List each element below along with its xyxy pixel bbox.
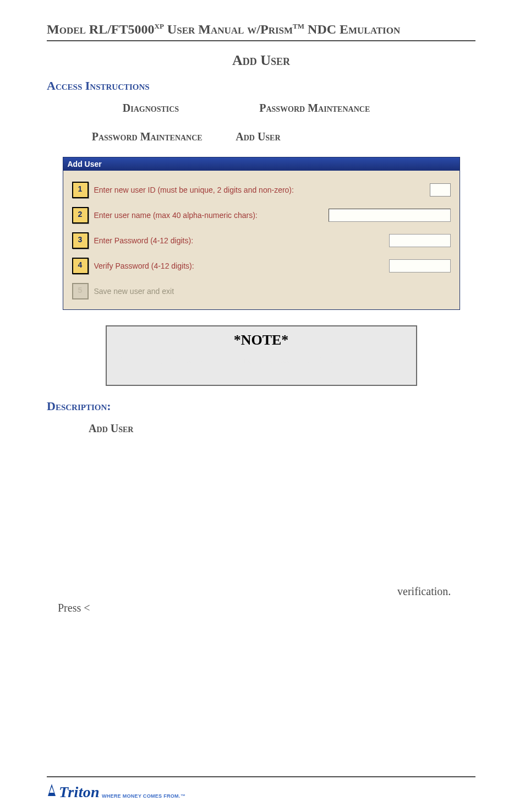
option-5-button: 5 bbox=[72, 283, 89, 299]
user-name-input[interactable] bbox=[329, 209, 451, 222]
description-step-4: This option re-enters the password enter… bbox=[58, 583, 475, 616]
page-number: 74 bbox=[465, 786, 475, 798]
add-user-window: Add User 1 Enter new user ID (must be un… bbox=[63, 157, 460, 310]
note-box: *NOTE* Only the Master user can add a us… bbox=[106, 325, 417, 386]
add-user-label: Add User bbox=[236, 130, 280, 143]
header-model-prefix: Model RL/FT5000 bbox=[47, 22, 155, 36]
note-title: *NOTE* bbox=[116, 332, 407, 348]
prompt-user-name: Enter user name (max 40 alpha-numeric ch… bbox=[94, 211, 323, 220]
description-step-3: Enter a 4-12 digit password for new user… bbox=[58, 559, 475, 575]
form-row-password: 3 Enter Password (4-12 digits): bbox=[70, 228, 453, 253]
form-row-user-name: 2 Enter user name (max 40 alpha-numeric … bbox=[70, 203, 453, 228]
page-title: Add User bbox=[47, 52, 475, 69]
triton-logo-icon bbox=[47, 783, 57, 797]
option-4-button[interactable]: 4 bbox=[72, 258, 89, 274]
option-2-button[interactable]: 2 bbox=[72, 207, 89, 224]
verify-password-input[interactable] bbox=[389, 259, 451, 273]
prompt-verify-password: Verify Password (4-12 digits): bbox=[94, 261, 384, 270]
user-id-input[interactable] bbox=[430, 183, 451, 197]
add-user-window-body: 1 Enter new user ID (must be unique, 2 d… bbox=[63, 171, 460, 309]
description-paragraph: The Add User function allows adding a ne… bbox=[69, 420, 464, 470]
header-suffix: NDC Emulation bbox=[304, 22, 400, 36]
description-step-1: Select option 1. A dialog prompts to ent… bbox=[58, 477, 475, 527]
triton-logo-text: Triton bbox=[59, 783, 100, 801]
form-row-save: 5 Save new user and exit bbox=[70, 279, 453, 304]
password-maintenance-label: Password Maintenance bbox=[259, 102, 370, 114]
form-row-verify-password: 4 Verify Password (4-12 digits): bbox=[70, 253, 453, 279]
add-user-window-title: Add User bbox=[63, 157, 460, 171]
access-instructions-heading: Access Instructions bbox=[47, 79, 475, 93]
header-mid: User Manual w/Prism bbox=[164, 22, 293, 36]
doc-header: Model RL/FT5000XP User Manual w/PrismTM … bbox=[47, 22, 475, 41]
note-body: Only the Master user can add a user and … bbox=[116, 354, 407, 367]
prompt-save: Save new user and exit bbox=[94, 287, 451, 296]
form-row-user-id: 1 Enter new user ID (must be unique, 2 d… bbox=[70, 177, 453, 203]
option-3-button[interactable]: 3 bbox=[72, 232, 89, 249]
prompt-password: Enter Password (4-12 digits): bbox=[94, 236, 384, 245]
option-1-button[interactable]: 1 bbox=[72, 182, 89, 198]
header-tm: TM bbox=[293, 22, 304, 30]
add-user-strong: Add User bbox=[89, 422, 133, 434]
password-input[interactable] bbox=[389, 234, 451, 247]
prompt-user-id: Enter new user ID (must be unique, 2 dig… bbox=[94, 186, 424, 194]
password-maintenance-label-2: Password Maintenance bbox=[92, 130, 203, 143]
diagnostics-label: Diagnostics bbox=[123, 102, 182, 114]
access-step-2: 2. In Password Maintenance, select Add U… bbox=[69, 128, 475, 145]
description-heading: Description: bbox=[47, 399, 475, 413]
access-step-1: 1. From the Diagnostics screen, select t… bbox=[69, 100, 475, 116]
triton-logo-tagline: WHERE MONEY COMES FROM.™ bbox=[102, 793, 185, 799]
description-step-2: Enter user name (up to 40 characters). A… bbox=[58, 535, 475, 551]
triton-logo: Triton WHERE MONEY COMES FROM.™ bbox=[47, 783, 185, 801]
page-footer: Triton WHERE MONEY COMES FROM.™ 74 bbox=[47, 776, 475, 801]
header-xp: XP bbox=[155, 22, 164, 30]
